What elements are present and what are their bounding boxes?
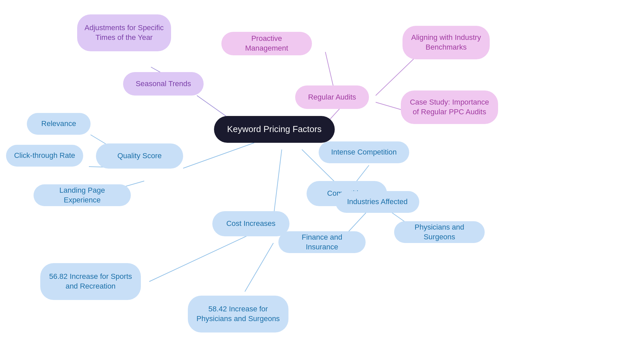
click-through-node: Click-through Rate: [6, 145, 83, 167]
adjustments-node: Adjustments for Specific Times of the Ye…: [77, 14, 171, 51]
relevance-node: Relevance: [27, 113, 91, 135]
regular-audits-node: Regular Audits: [295, 85, 369, 109]
sports-rec-node: 56.82 Increase for Sports and Recreation: [40, 263, 141, 300]
svg-line-11: [273, 149, 282, 218]
physicians-surgeons-node: Physicians and Surgeons: [394, 221, 485, 243]
svg-line-13: [245, 243, 273, 292]
proactive-mgmt-node: Proactive Management: [221, 32, 312, 55]
phys-surg-58-node: 58.42 Increase for Physicians and Surgeo…: [188, 296, 288, 332]
seasonal-trends-node: Seasonal Trends: [123, 72, 204, 96]
svg-line-12: [149, 231, 258, 282]
intense-competition-node: Intense Competition: [319, 141, 409, 163]
cost-increases-node: Cost Increases: [212, 211, 289, 236]
svg-line-0: [183, 143, 254, 168]
align-industry-node: Aligning with Industry Benchmarks: [402, 26, 490, 59]
finance-insurance-node: Finance and Insurance: [278, 231, 366, 253]
center-node: Keyword Pricing Factors: [214, 116, 335, 143]
landing-page-node: Landing Page Experience: [34, 184, 131, 206]
case-study-node: Case Study: Importance of Regular PPC Au…: [401, 90, 498, 124]
quality-score-node: Quality Score: [96, 143, 183, 169]
industries-affected-node: Industries Affected: [335, 191, 419, 213]
